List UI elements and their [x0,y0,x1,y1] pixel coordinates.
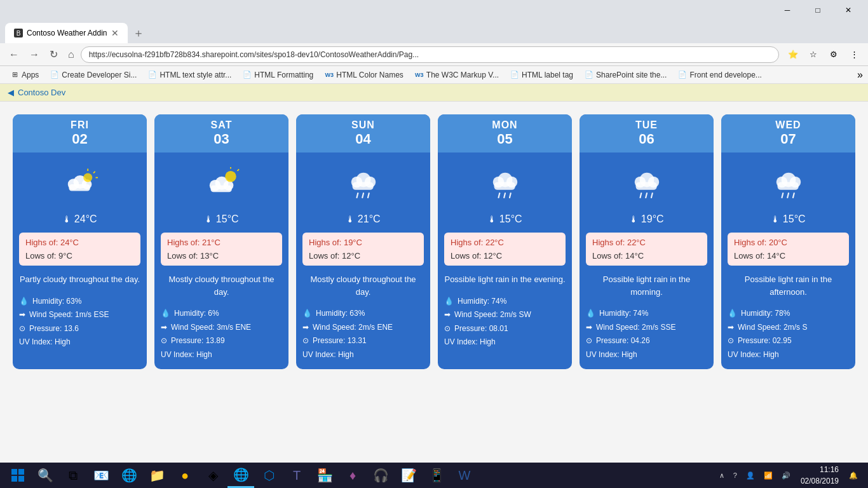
pressure-value: Pressure: 02.95 [738,334,792,348]
bookmark-sharepoint[interactable]: 📄 SharePoint site the... [580,69,672,81]
taskbar-explorer-icon[interactable]: 📁 [144,463,170,488]
hi-lo-box: Highs of: 22°C Lows of: 12°C [444,233,566,266]
uv-row: UV Index: High [586,348,707,362]
tab-label: Contoso Weather Addin [27,29,107,37]
taskbar-search-icon[interactable]: 🔍 [32,463,58,488]
wind-row: ➡ Wind Speed: 2m/s SSE [586,321,707,335]
bookmark-html-label[interactable]: 📄 HTML label tag [505,69,578,81]
active-tab[interactable]: B Contoso Weather Addin ✕ [5,23,128,43]
start-button[interactable] [4,463,32,488]
weather-icon [444,166,566,207]
wind-row: ➡ Wind Speed: 3m/s ENE [161,321,282,335]
taskbar-chrome-icon[interactable]: ● [172,463,198,488]
wind-icon: ➡ [302,321,309,335]
card-date: 02 [15,131,144,147]
taskbar-taskview-icon[interactable]: ⧉ [60,463,86,488]
back-button[interactable]: ← [5,46,23,63]
card-body: 🌡 15°C Highs of: 21°C Lows of: 13°C Most… [154,152,288,369]
sp-site-link[interactable]: Contoso Dev [18,88,65,97]
maximize-button[interactable]: □ [803,0,832,20]
bookmarks-more-icon[interactable]: » [857,69,863,81]
bookmark-create-dev[interactable]: 📄 Create Developer Si... [45,69,142,81]
svg-line-27 [504,193,505,198]
weather-description: Possible light rain in the afternoon. [728,273,849,298]
home-button[interactable]: ⌂ [64,46,78,63]
taskbar-mail-icon[interactable]: 📧 [88,463,114,488]
bookmark-frontend-label: Front end develope... [689,71,761,79]
taskbar-network-icon[interactable]: 📶 [760,471,776,480]
taskbar-cortana-icon[interactable]: 🎧 [367,463,394,488]
bookmark-icon[interactable]: ☆ [804,46,822,64]
taskbar-ie-icon[interactable]: 🌐 [116,463,142,488]
bookmark-html-text[interactable]: 📄 HTML text style attr... [143,69,236,81]
bookmark-apps[interactable]: ⊞ Apps [5,69,44,81]
bookmark-frontend[interactable]: 📄 Front end develope... [673,69,766,81]
pressure-row: ⊙ Pressure: 13.31 [302,334,424,348]
thermometer-icon: 🌡 [487,214,496,224]
taskbar-clock[interactable]: 11:16 02/08/2019 [796,464,844,487]
svg-rect-32 [635,182,656,190]
taskbar-show-hidden[interactable]: ∧ [715,471,728,480]
taskbar-store-icon[interactable]: 🏪 [311,463,338,488]
taskbar-people-icon[interactable]: 👤 [742,471,759,480]
weather-details: 💧 Humidity: 74% ➡ Wind Speed: 2m/s SW ⊙ … [444,295,566,349]
settings-icon[interactable]: ⚙ [825,46,843,64]
taskbar-word-icon[interactable]: W [451,463,478,488]
bookmark-frontend-icon: 📄 [678,71,687,79]
close-button[interactable]: ✕ [834,0,863,20]
extensions-icon[interactable]: ⭐ [784,46,802,64]
wind-row: ➡ Wind Speed: 2m/s SW [444,308,566,322]
menu-icon[interactable]: ⋮ [845,46,863,64]
weather-details: 💧 Humidity: 74% ➡ Wind Speed: 2m/s SSE ⊙… [586,307,707,362]
taskbar-sound-icon[interactable]: 🔊 [778,471,794,480]
tab-close-icon[interactable]: ✕ [111,28,119,38]
pressure-icon: ⊙ [161,334,167,348]
taskbar-phone-icon[interactable]: 📱 [423,463,450,488]
new-tab-button[interactable]: ＋ [128,23,149,43]
address-bar[interactable] [81,46,779,63]
humidity-value: Humidity: 63% [316,307,365,321]
minimize-button[interactable]: ─ [773,0,802,20]
taskbar-vs-icon[interactable]: ♦ [339,463,366,488]
humidity-row: 💧 Humidity: 6% [161,307,282,321]
taskbar-edge-icon[interactable]: 🌐 [227,463,254,488]
card-date: 04 [299,131,428,147]
lows-temp: Lows of: 12°C [309,251,417,261]
taskbar-help-icon[interactable]: ? [729,471,741,479]
uv-value: UV Index: High [586,348,637,362]
temperature: 🌡 15°C [444,214,566,225]
svg-line-26 [498,193,499,198]
highs-temp: Highs of: 21°C [167,238,276,247]
humidity-icon: 💧 [19,295,29,309]
taskbar-vscode-icon[interactable]: ⬡ [255,463,282,488]
weather-description: Possible light rain in the evening. [444,273,566,286]
hi-lo-box: Highs of: 20°C Lows of: 14°C [728,233,849,266]
lows-temp: Lows of: 12°C [451,251,559,261]
svg-line-42 [793,193,794,198]
humidity-value: Humidity: 74% [458,295,506,309]
bookmark-sharepoint-icon: 📄 [585,71,593,79]
taskbar-dropbox-icon[interactable]: ◈ [200,463,226,488]
bookmark-html-color[interactable]: W3 HTML Color Names [320,69,409,81]
lows-temp: Lows of: 9°C [25,251,134,261]
svg-line-14 [237,169,239,171]
card-day: MON [440,119,569,131]
taskbar-notifications-icon[interactable]: 🔔 [845,471,862,480]
refresh-button[interactable]: ↻ [46,46,62,63]
humidity-row: 💧 Humidity: 63% [19,295,140,309]
bookmark-create-dev-icon: 📄 [50,71,59,79]
weather-card-sun: SUN 04 🌡 21°C Highs of: 19°C Lows of: 12… [296,114,430,369]
taskbar-sticky-icon[interactable]: 📝 [395,463,422,488]
bookmark-w3c[interactable]: W3 The W3C Markup V... [410,69,504,81]
forward-button[interactable]: → [25,46,43,63]
svg-line-33 [640,193,641,198]
taskbar-apps: 🔍 ⧉ 📧 🌐 📁 ● ◈ 🌐 ⬡ T 🏪 ♦ 🎧 📝 📱 W [32,463,715,488]
card-date: 06 [582,131,711,147]
humidity-icon: 💧 [444,295,454,309]
bookmark-html-format[interactable]: 📄 HTML Formatting [238,69,318,81]
main-content: FRI 02 🌡 24°C Highs of: 24°C Lows of: 9°… [0,102,868,463]
wind-icon: ➡ [19,308,25,322]
hi-lo-box: Highs of: 22°C Lows of: 14°C [586,233,707,266]
wind-value: Wind Speed: 2m/s S [738,321,807,335]
taskbar-teams-icon[interactable]: T [283,463,310,488]
